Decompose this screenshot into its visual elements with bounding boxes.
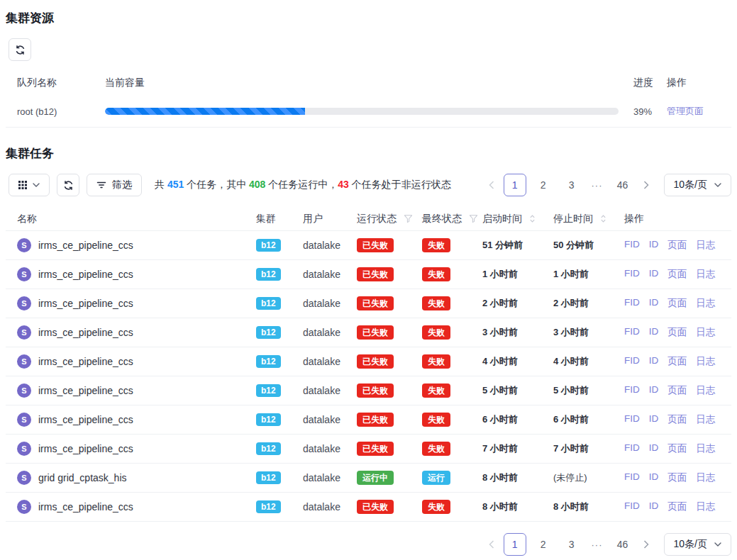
page-button-2[interactable]: 2 xyxy=(532,174,555,196)
refresh-icon xyxy=(63,180,74,191)
action-link-id[interactable]: ID xyxy=(649,442,659,455)
filter-funnel-icon[interactable] xyxy=(469,214,478,223)
chevron-right-icon xyxy=(643,540,649,549)
sort-icon[interactable] xyxy=(529,214,536,223)
action-link-log[interactable]: 日志 xyxy=(696,471,715,484)
cluster-badge: b12 xyxy=(256,500,281,513)
user-name: datalake xyxy=(303,298,357,309)
action-link-fid[interactable]: FID xyxy=(624,355,640,368)
prev-page-button[interactable] xyxy=(485,533,498,556)
cluster-badge: b12 xyxy=(256,239,281,252)
progress-value: 39% xyxy=(633,106,667,117)
action-link-fid[interactable]: FID xyxy=(624,239,640,252)
layout-grid-button[interactable] xyxy=(9,174,50,196)
action-link-page[interactable]: 页面 xyxy=(667,268,687,281)
action-link-page[interactable]: 页面 xyxy=(667,355,687,368)
stop-time: 3 小时前 xyxy=(553,326,624,339)
summary-text: 个任务，其中 xyxy=(184,179,249,190)
action-link-page[interactable]: 页面 xyxy=(667,326,687,339)
action-link-log[interactable]: 日志 xyxy=(696,384,715,397)
page-size-select[interactable]: 10条/页 xyxy=(664,533,731,556)
action-link-log[interactable]: 日志 xyxy=(696,500,715,513)
page-ellipsis[interactable]: ··· xyxy=(589,174,606,196)
next-page-button[interactable] xyxy=(640,174,653,196)
action-link-id[interactable]: ID xyxy=(649,384,659,397)
action-link-log[interactable]: 日志 xyxy=(696,239,715,252)
manage-page-link[interactable]: 管理页面 xyxy=(667,106,704,116)
chevron-down-icon xyxy=(33,183,40,187)
action-link-page[interactable]: 页面 xyxy=(667,471,687,484)
page-button-46[interactable]: 46 xyxy=(611,533,634,556)
spark-avatar: S xyxy=(17,500,31,514)
action-link-log[interactable]: 日志 xyxy=(696,442,715,455)
final-status-badge: 失败 xyxy=(422,296,450,310)
action-link-page[interactable]: 页面 xyxy=(667,500,687,513)
table-row: S irms_ce_pipeline_ccs b12 datalake 已失败 … xyxy=(6,405,731,435)
page-button-1[interactable]: 1 xyxy=(504,174,526,196)
action-link-id[interactable]: ID xyxy=(649,500,659,513)
prev-page-button[interactable] xyxy=(485,174,498,196)
final-status-badge: 失败 xyxy=(422,500,450,514)
action-link-id[interactable]: ID xyxy=(649,355,659,368)
page-button-3[interactable]: 3 xyxy=(560,533,583,556)
chevron-down-icon xyxy=(714,183,721,187)
table-row: S grid grid_cptask_his b12 datalake 运行中 … xyxy=(6,464,731,493)
action-link-log[interactable]: 日志 xyxy=(696,297,715,310)
page-button-1[interactable]: 1 xyxy=(504,533,526,556)
action-link-id[interactable]: ID xyxy=(649,297,659,310)
action-link-page[interactable]: 页面 xyxy=(667,384,687,397)
tasks-footer: 1 2 3 ··· 46 10条/页 xyxy=(6,533,731,556)
filter-button[interactable]: 筛选 xyxy=(87,174,142,196)
action-link-log[interactable]: 日志 xyxy=(696,413,715,426)
action-link-page[interactable]: 页面 xyxy=(667,239,687,252)
progress-bar-fill xyxy=(105,108,305,115)
action-link-id[interactable]: ID xyxy=(649,326,659,339)
spark-avatar: S xyxy=(17,267,31,281)
start-time: 2 小时前 xyxy=(482,297,553,310)
action-link-id[interactable]: ID xyxy=(649,471,659,484)
action-link-fid[interactable]: FID xyxy=(624,384,640,397)
pagination-top: 1 2 3 ··· 46 10条/页 xyxy=(485,174,731,196)
sort-icon[interactable] xyxy=(600,214,606,223)
task-name: irms_ce_pipeline_ccs xyxy=(38,269,133,280)
action-link-id[interactable]: ID xyxy=(649,239,659,252)
action-link-fid[interactable]: FID xyxy=(624,297,640,310)
spark-avatar: S xyxy=(17,442,31,456)
tasks-refresh-button[interactable] xyxy=(57,174,79,196)
page-button-3[interactable]: 3 xyxy=(560,174,583,196)
action-link-fid[interactable]: FID xyxy=(624,442,640,455)
action-link-id[interactable]: ID xyxy=(649,268,659,281)
next-page-button[interactable] xyxy=(640,533,653,556)
page-size-select[interactable]: 10条/页 xyxy=(664,174,731,196)
user-name: datalake xyxy=(303,414,357,425)
action-link-log[interactable]: 日志 xyxy=(696,355,715,368)
stop-time: 50 分钟前 xyxy=(553,239,624,252)
action-link-log[interactable]: 日志 xyxy=(696,268,715,281)
run-status-badge: 已失败 xyxy=(357,413,394,427)
spark-avatar: S xyxy=(17,471,31,485)
cluster-badge: b12 xyxy=(256,413,281,426)
action-link-fid[interactable]: FID xyxy=(624,326,640,339)
row-actions: FIDID页面日志 xyxy=(624,268,731,281)
action-link-fid[interactable]: FID xyxy=(624,500,640,513)
filter-funnel-icon[interactable] xyxy=(404,214,413,223)
spark-avatar: S xyxy=(17,354,31,369)
page-button-46[interactable]: 46 xyxy=(611,174,634,196)
tasks-table-body: S irms_ce_pipeline_ccs b12 datalake 已失败 … xyxy=(6,231,731,522)
action-link-log[interactable]: 日志 xyxy=(696,326,715,339)
action-link-fid[interactable]: FID xyxy=(624,471,640,484)
action-link-page[interactable]: 页面 xyxy=(667,297,687,310)
action-link-id[interactable]: ID xyxy=(649,413,659,426)
chevron-down-icon xyxy=(714,542,721,547)
task-name: grid grid_cptask_his xyxy=(38,472,127,483)
cluster-resources-title: 集群资源 xyxy=(6,10,731,26)
page-button-2[interactable]: 2 xyxy=(532,533,555,556)
run-status-badge: 已失败 xyxy=(357,267,394,281)
final-status-badge: 失败 xyxy=(422,442,450,456)
page-ellipsis[interactable]: ··· xyxy=(589,533,606,556)
action-link-page[interactable]: 页面 xyxy=(667,442,687,455)
resources-refresh-button[interactable] xyxy=(9,38,31,61)
action-link-page[interactable]: 页面 xyxy=(667,413,687,426)
action-link-fid[interactable]: FID xyxy=(624,413,640,426)
action-link-fid[interactable]: FID xyxy=(624,268,640,281)
